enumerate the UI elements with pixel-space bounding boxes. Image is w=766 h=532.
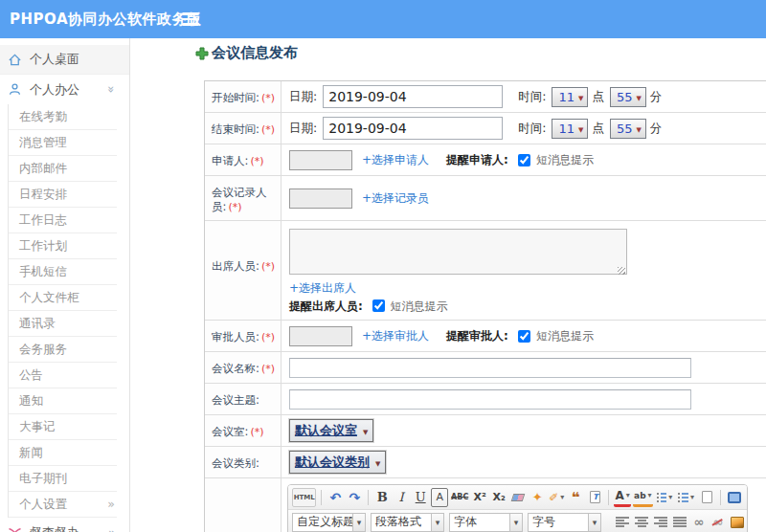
minute-unit: 分 (650, 121, 663, 137)
sidebar-submenu-label: 通讯录 (19, 316, 56, 330)
eraser-icon[interactable] (509, 488, 527, 507)
align-right-icon[interactable] (652, 513, 669, 532)
dropdown-arrow-icon (578, 122, 583, 135)
highlight-color-icon[interactable]: ab (633, 488, 652, 507)
attendees-textarea[interactable] (289, 229, 627, 275)
sidebar-submenu-item[interactable]: 通知 (9, 388, 117, 414)
required-mark: (*) (261, 92, 275, 104)
select-approver-link[interactable]: +选择审批人 (362, 328, 429, 344)
sidebar-submenu-item[interactable]: 日程安排 (9, 182, 117, 208)
add-icon (195, 47, 209, 60)
sms-remind-label: 短消息提示 (536, 328, 594, 344)
paste-icon[interactable] (586, 488, 603, 507)
shuffle-icon (8, 526, 22, 532)
sidebar-submenu-item[interactable]: 内部邮件 (9, 156, 117, 182)
meeting-name-input[interactable] (289, 358, 691, 378)
sidebar-submenu-item[interactable]: 电子期刊 (9, 466, 117, 492)
editor-toolbar-row2: 自定义标题 段落格式 字体 字号 ∞ ∞ (288, 510, 747, 532)
heading-select[interactable]: 自定义标题 (292, 513, 366, 532)
italic-icon[interactable]: I (393, 488, 410, 507)
required-mark: (*) (261, 123, 275, 136)
align-left-icon[interactable] (614, 513, 631, 532)
font-family-select[interactable]: 字体 (449, 513, 523, 532)
unlink-icon[interactable]: ∞ (710, 513, 727, 532)
sidebar-submenu-label: 日程安排 (19, 187, 67, 201)
blockquote-icon[interactable]: ❝ (567, 488, 584, 507)
sidebar-item-personal-office[interactable]: 个人办公 (0, 75, 129, 104)
approver-input[interactable] (289, 326, 352, 346)
new-document-icon[interactable] (698, 488, 715, 507)
font-color-icon[interactable]: A (614, 488, 631, 507)
view-source-button[interactable]: HTML (292, 488, 316, 507)
select-applicant-link[interactable]: +选择申请人 (362, 152, 429, 168)
select-recorder-link[interactable]: +选择记录员 (362, 190, 429, 207)
format-painter-icon[interactable]: ✐ (548, 488, 565, 507)
font-size-select[interactable]: 字号 (528, 513, 601, 532)
app-header: PHPOA协同办公软件政务版 (0, 0, 766, 38)
undo-icon[interactable]: ↶ (327, 488, 344, 507)
link-icon[interactable]: ∞ (690, 513, 708, 532)
remind-label: 提醒审批人: (446, 328, 508, 344)
sms-remind-label: 短消息提示 (390, 299, 447, 313)
form-row-start-time: 开始时间:(*) 日期: 时间: 11 点 55 分 (205, 81, 766, 113)
align-justify-icon[interactable] (671, 513, 688, 532)
image-icon[interactable] (729, 513, 746, 532)
sidebar-item-supervision[interactable]: 督查督办 (0, 518, 129, 532)
hamburger-menu-icon[interactable] (182, 12, 199, 26)
form-row-meeting-room: 会议室:(*) 默认会议室 (205, 415, 766, 447)
start-hour-select[interactable]: 11 (552, 87, 588, 107)
end-minute-select[interactable]: 55 (610, 119, 646, 139)
bold-icon[interactable]: B (373, 488, 391, 507)
end-hour-select[interactable]: 11 (552, 119, 588, 139)
superscript-icon[interactable]: X² (471, 488, 488, 507)
recorder-input[interactable] (289, 188, 352, 209)
sidebar-submenu-item[interactable]: 个人设置 (9, 492, 117, 518)
redo-icon[interactable]: ↷ (346, 488, 363, 507)
resize-grip-icon[interactable] (618, 267, 625, 275)
sidebar-submenu-item[interactable]: 通讯录 (9, 311, 117, 337)
required-mark: (*) (250, 426, 263, 438)
underline-icon[interactable]: U (412, 488, 429, 507)
required-mark: (*) (250, 155, 263, 167)
meeting-category-select[interactable]: 默认会议类别 (289, 451, 386, 474)
sms-remind-checkbox[interactable] (518, 330, 530, 343)
applicant-input[interactable] (289, 150, 352, 170)
form-row-meeting-subject: 会议主题: (205, 384, 766, 415)
sidebar-submenu-item[interactable]: 工作日志 (9, 208, 117, 233)
meeting-subject-input[interactable] (289, 389, 691, 410)
font-border-icon[interactable]: A (431, 488, 448, 507)
subscript-icon[interactable]: X₂ (490, 488, 507, 507)
sidebar-item-label: 督查督办 (30, 524, 79, 532)
clear-formatting-icon[interactable]: ✦ (529, 488, 546, 507)
sidebar-submenu-item[interactable]: 个人文件柜 (9, 285, 117, 311)
sidebar-submenu-item[interactable]: 会务服务 (9, 337, 117, 363)
sidebar-submenu-item[interactable]: 大事记 (9, 414, 117, 440)
home-icon (8, 53, 22, 67)
paragraph-format-select[interactable]: 段落格式 (371, 513, 444, 532)
select-attendees-link[interactable]: +选择出席人 (289, 281, 356, 295)
sidebar-submenu-item[interactable]: 在线考勤 (9, 104, 117, 130)
sidebar-submenu-item[interactable]: 新闻 (9, 440, 117, 466)
align-center-icon[interactable] (633, 513, 650, 532)
sidebar-submenu-item[interactable]: 手机短信 (9, 259, 117, 285)
sidebar-submenu-item[interactable]: 工作计划 (9, 233, 117, 259)
start-date-input[interactable] (323, 85, 503, 108)
field-label: 会议类别: (212, 456, 259, 470)
ordered-list-icon[interactable] (655, 488, 675, 507)
meeting-room-select[interactable]: 默认会议室 (289, 419, 373, 442)
sidebar-submenu-item[interactable]: 公告 (9, 363, 117, 388)
end-date-input[interactable] (323, 117, 503, 140)
strikethrough-icon[interactable]: ABC (450, 488, 469, 507)
sidebar-item-personal-desktop[interactable]: 个人桌面 (0, 45, 129, 75)
sms-remind-label: 短消息提示 (536, 152, 594, 168)
sidebar-submenu-item[interactable]: 消息管理 (9, 130, 117, 156)
dropdown-arrow-icon (352, 514, 365, 531)
start-minute-select[interactable]: 55 (610, 87, 646, 107)
sidebar-submenu-label: 个人设置 (19, 497, 67, 511)
fullscreen-icon[interactable] (726, 488, 743, 507)
sms-remind-checkbox[interactable] (518, 154, 530, 166)
field-label: 开始时间: (212, 91, 259, 104)
sms-remind-checkbox[interactable] (372, 299, 385, 312)
unordered-list-icon[interactable] (676, 488, 696, 507)
form-row-end-time: 结束时间:(*) 日期: 时间: 11 点 55 分 (205, 113, 766, 144)
